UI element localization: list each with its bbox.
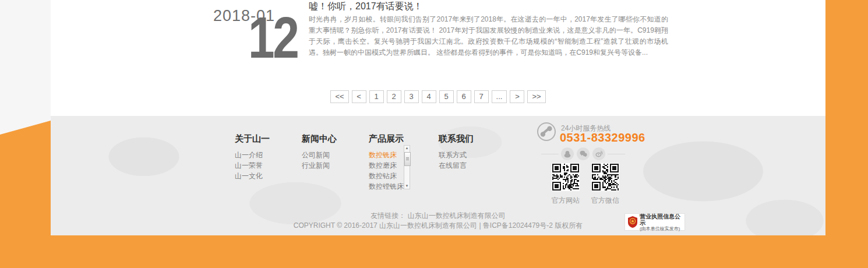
footer-link-company-news[interactable]: 公司新闻 <box>302 151 337 158</box>
hotline-number: 0531-83329996 <box>560 131 645 144</box>
page-first-button[interactable]: << <box>330 90 348 103</box>
page-5-button[interactable]: 5 <box>439 90 454 103</box>
footer-link-company-culture[interactable]: 山一文化 <box>235 172 270 179</box>
footer: 关于山一 山一介绍 山一荣誉 山一文化 新闻中心 公司新闻 行业新闻 产品展示 … <box>51 116 825 235</box>
friend-links-label: 友情链接： <box>371 211 405 220</box>
weibo-icon[interactable] <box>592 147 605 160</box>
left-sidebar-strip <box>0 0 51 268</box>
page-6-button[interactable]: 6 <box>457 90 471 103</box>
page-7-button[interactable]: 7 <box>474 90 489 103</box>
scrollbar-thumb[interactable] <box>404 152 411 166</box>
license-badge-title: 营业执照信息公示 <box>640 213 684 226</box>
footer-heading-about[interactable]: 关于山一 <box>235 133 270 144</box>
footer-link-industry-news[interactable]: 行业新闻 <box>302 162 337 169</box>
news-date-day: 12 <box>248 8 298 66</box>
footer-column-contact: 联系我们 联系方式 在线留言 <box>439 133 474 172</box>
friend-link-company[interactable]: 山东山一数控机床制造有限公司 <box>408 211 506 220</box>
page-4-button[interactable]: 4 <box>422 90 436 103</box>
footer-column-products: 产品展示 数控铣床 数控磨床 数控钻床 数控镗铣床 <box>369 133 404 193</box>
scroll-down-icon[interactable]: ▼ <box>404 184 410 189</box>
footer-heading-news[interactable]: 新闻中心 <box>302 133 337 144</box>
qr-code-wechat <box>591 163 619 191</box>
business-license-badge[interactable]: 营业执照信息公示 (由本单位核实发布) <box>624 213 685 231</box>
scroll-up-icon[interactable]: ▲ <box>404 146 410 151</box>
qr-code-website <box>552 163 580 191</box>
license-badge-text: 营业执照信息公示 (由本单位核实发布) <box>640 213 684 231</box>
footer-heading-contact[interactable]: 联系我们 <box>439 133 474 144</box>
phone-icon <box>537 122 556 142</box>
footer-link-company-honor[interactable]: 山一荣誉 <box>235 162 270 169</box>
qq-icon[interactable] <box>561 147 574 160</box>
orange-diagonal-wedge <box>0 0 51 268</box>
footer-link-cnc-drilling[interactable]: 数控钻床 <box>369 172 404 179</box>
footer-link-contact-info[interactable]: 联系方式 <box>439 151 474 158</box>
product-list-scrollbar[interactable]: ▲ ▼ <box>404 145 410 189</box>
social-divider-right <box>608 154 625 154</box>
right-orange-band <box>825 0 868 268</box>
page-prev-button[interactable]: < <box>352 90 366 103</box>
bottom-orange-band <box>0 235 868 268</box>
footer-link-company-intro[interactable]: 山一介绍 <box>235 151 270 158</box>
news-excerpt: 时光冉冉，岁月如梭。转眼间我们告别了2017年来到了2018年。在这逝去的一年中… <box>309 14 668 58</box>
friend-links-line: 友情链接： 山东山一数控机床制造有限公司 <box>51 211 825 221</box>
footer-column-news: 新闻中心 公司新闻 行业新闻 <box>302 133 337 172</box>
footer-link-cnc-boring-milling[interactable]: 数控镗铣床 <box>369 183 404 190</box>
page-next-button[interactable]: > <box>510 90 524 103</box>
footer-link-cnc-grinding[interactable]: 数控磨床 <box>369 162 404 169</box>
news-title-link[interactable]: 嘘！你听，2017有话要说！ <box>309 1 423 13</box>
footer-link-cnc-milling[interactable]: 数控铣床 <box>369 151 404 158</box>
page-2-button[interactable]: 2 <box>387 90 401 103</box>
page: 2018-01 12 嘘！你听，2017有话要说！ 时光冉冉，岁月如梭。转眼间我… <box>0 0 868 268</box>
license-badge-subtitle: (由本单位核实发布) <box>640 226 684 231</box>
footer-heading-products[interactable]: 产品展示 <box>369 133 404 144</box>
license-shield-icon <box>628 216 637 228</box>
page-3-button[interactable]: 3 <box>404 90 419 103</box>
qr-label-website: 官方网站 <box>548 196 583 206</box>
pagination: << < 1 2 3 4 5 6 7 ... > >> <box>51 90 825 103</box>
page-ellipsis[interactable]: ... <box>492 90 507 103</box>
social-divider-left <box>541 154 559 154</box>
qr-label-wechat: 官方微信 <box>588 196 623 206</box>
page-1-button[interactable]: 1 <box>369 90 384 103</box>
page-last-button[interactable]: >> <box>527 90 545 103</box>
footer-column-about: 关于山一 山一介绍 山一荣誉 山一文化 <box>235 133 270 183</box>
copyright-line: COPYRIGHT © 2016-2017 山东山一数控机床制造有限公司 | 鲁… <box>51 221 825 231</box>
footer-link-online-message[interactable]: 在线留言 <box>439 162 474 169</box>
wechat-icon[interactable] <box>577 147 590 160</box>
